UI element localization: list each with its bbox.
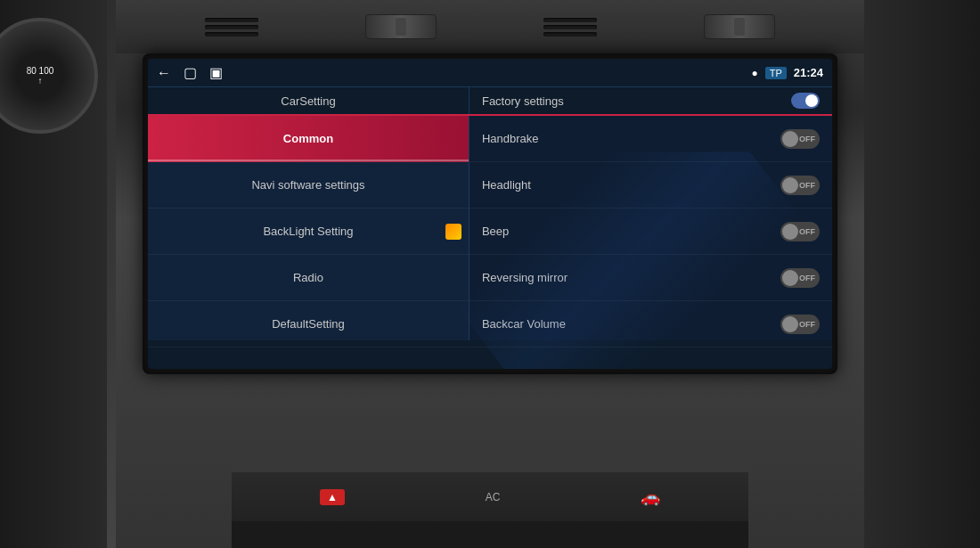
right-vent [543,18,597,37]
back-icon[interactable]: ← [157,65,171,81]
factory-toggle[interactable] [791,93,820,109]
menu-item-common-label: Common [283,132,333,145]
vent-slot [205,25,258,29]
backcar-volume-toggle-knob [782,316,798,332]
menu-item-backlight-label: BackLight Setting [263,225,353,238]
handbrake-toggle[interactable] [780,129,820,149]
status-bar-left: ← ▢ ▣ [157,64,223,81]
beep-toggle-knob [782,224,798,240]
screen-bezel: MIC TF ← ▢ ▣ ● TP 21:24 [143,53,837,374]
factory-settings-header: Factory settings [470,93,832,109]
backlight-icon [445,224,461,240]
menu-item-radio[interactable]: Radio [148,255,469,301]
menu-item-backlight[interactable]: BackLight Setting [148,209,469,255]
vent-slot [205,32,258,37]
menu-item-navi-label: Navi software settings [251,178,364,192]
menu-item-common[interactable]: Common [148,116,469,162]
reversing-mirror-toggle[interactable] [780,268,820,288]
left-vent [205,18,258,37]
vent-strip [116,0,864,53]
menu-item-default[interactable]: DefaultSetting [148,301,469,348]
headlight-toggle[interactable] [780,176,820,195]
left-menu: Common Navi software settings BackLight … [148,116,470,340]
speedometer: 80 100↑ [0,18,98,134]
speedometer-text: 80 100↑ [27,66,54,86]
vent-slot [543,32,597,37]
screen-decoration [421,151,832,369]
status-bar: ← ▢ ▣ ● TP 21:24 [148,59,832,87]
status-bar-right: ● TP 21:24 [751,66,823,79]
tp-badge: TP [765,67,787,79]
hazard-button[interactable]: ▲ [320,489,345,505]
car-profile-icon: 🚗 [641,487,660,507]
center-console: MIC TF ← ▢ ▣ ● TP 21:24 [116,0,864,548]
vent-knob-left[interactable] [365,14,437,39]
ac-button[interactable]: AC [486,491,501,503]
screen: ← ▢ ▣ ● TP 21:24 CarSetting Factory sett… [148,59,832,369]
right-car-panel [864,0,980,548]
carsetting-label: CarSetting [281,94,335,108]
vent-slot [543,18,597,22]
handbrake-label: Handbrake [482,132,539,145]
vent-knob-right[interactable] [704,14,775,39]
home-icon[interactable]: ▢ [184,64,197,81]
bottom-controls: ▲ AC 🚗 [232,472,748,521]
ac-label: AC [486,491,501,503]
recent-apps-icon[interactable]: ▣ [209,64,223,81]
left-car-panel: 80 100↑ [0,0,107,548]
vent-slot [205,18,258,22]
time-display: 21:24 [794,66,823,79]
hazard-icon: ▲ [320,489,345,505]
menu-item-navi[interactable]: Navi software settings [148,162,469,209]
carsetting-header: CarSetting [148,87,470,114]
header-row: CarSetting Factory settings [148,87,832,116]
beep-toggle[interactable] [780,222,820,241]
reversing-mirror-toggle-knob [782,270,798,286]
car-profile-button[interactable]: 🚗 [641,487,660,507]
factory-toggle-knob [805,94,818,107]
vent-slot [543,25,597,29]
location-icon: ● [751,67,757,79]
handbrake-toggle-knob [782,131,798,147]
factory-settings-label: Factory settings [482,94,564,108]
backcar-volume-toggle[interactable] [780,315,820,334]
menu-item-default-label: DefaultSetting [272,317,345,331]
headlight-toggle-knob [782,177,798,193]
gear-area [232,521,748,548]
menu-item-radio-label: Radio [293,271,323,284]
